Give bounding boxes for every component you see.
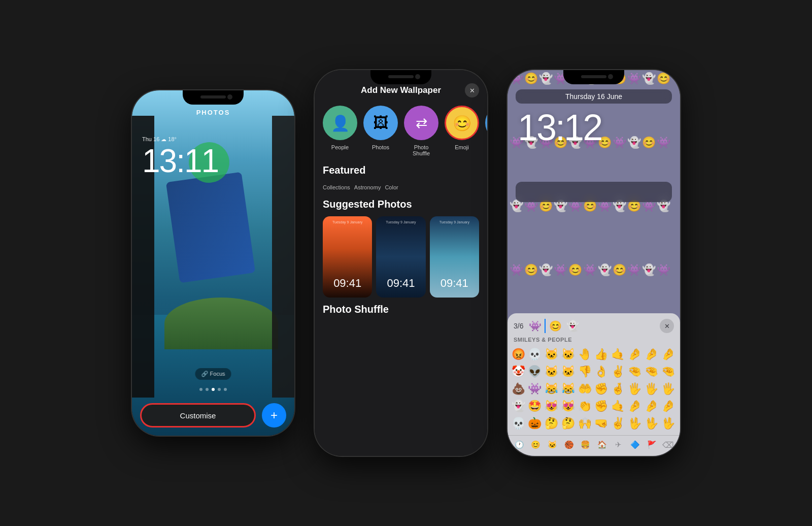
- tab-travel[interactable]: ✈: [611, 438, 627, 452]
- emoji-openhands[interactable]: 🤲: [577, 380, 592, 398]
- lock-time: 13:11: [142, 145, 284, 177]
- featured-thumb-1[interactable]: Tuesday 9 January 09:41 Collections: [323, 182, 350, 190]
- emoji-pinch6[interactable]: 🤌: [660, 398, 675, 415]
- bg-emoji-26: 👻: [554, 200, 567, 262]
- emoji-pinch4[interactable]: 🤌: [627, 398, 642, 415]
- s1-time: 09:41: [323, 277, 372, 290]
- modal-close-button[interactable]: ✕: [465, 83, 479, 97]
- tab-flags[interactable]: 🚩: [644, 438, 660, 452]
- tab-objects[interactable]: 🔷: [627, 438, 643, 452]
- wallpaper-types-row: 👤 People 🖼 Photos ⇄ PhotoShuffle 😊 Emoji…: [315, 102, 487, 165]
- emoji-pumpkin[interactable]: 🎃: [527, 415, 543, 432]
- dot-4: [218, 388, 221, 391]
- emoji-cat1[interactable]: 🐱: [544, 346, 559, 363]
- bg-emoji-32: 👾: [642, 200, 656, 262]
- type-people[interactable]: 👤 People: [323, 106, 357, 156]
- emoji-lovestruck[interactable]: 😻: [544, 398, 559, 415]
- emoji-pinch3[interactable]: 🤏: [660, 363, 675, 380]
- bg-emoji-27: 👾: [568, 200, 582, 262]
- s2-time: 09:41: [376, 277, 425, 290]
- tab-smileys[interactable]: 😊: [528, 438, 544, 452]
- emoji-callme2[interactable]: 🤙: [611, 398, 626, 415]
- s2-date: Tuesday 9 January: [376, 220, 425, 224]
- tab-places[interactable]: 🏠: [594, 438, 610, 452]
- shuffle-icon: ⇄: [404, 106, 438, 140]
- suggested-3[interactable]: Tuesday 9 January 09:41: [430, 216, 479, 298]
- sel-emoji-1[interactable]: 👾: [527, 318, 543, 334]
- emoji-pinched3[interactable]: 🤌: [660, 346, 675, 363]
- emoji-pinched2[interactable]: 🤌: [644, 346, 659, 363]
- s1-date: Tuesday 9 January: [323, 220, 372, 224]
- emoji-pinch5[interactable]: 🤌: [644, 398, 659, 415]
- emoji-thinking2[interactable]: 🤔: [560, 415, 576, 432]
- emoji-ghost[interactable]: 👻: [511, 398, 526, 415]
- emoji-fist[interactable]: ✊: [594, 380, 609, 398]
- emoji-raised-hand[interactable]: 🤚: [577, 346, 592, 363]
- notification-area: [516, 182, 672, 202]
- phone-1-screen: PHOTOS Thu 16 ☁ 18° 13:11 🔗 Focus Custom…: [132, 90, 294, 436]
- tab-backspace[interactable]: ⌫: [660, 438, 676, 452]
- emoji-clown[interactable]: 🤡: [511, 363, 526, 380]
- emoji-pinched1[interactable]: 🤌: [627, 346, 642, 363]
- emoji-vulcan3[interactable]: 🖖: [660, 415, 675, 432]
- emoji-skull2[interactable]: 💀: [511, 415, 526, 432]
- featured-thumb-2[interactable]: Thu 9 ▲ 21:55 09:41 Astronomy: [354, 182, 381, 190]
- emoji-crycat2[interactable]: 😹: [560, 380, 576, 398]
- emoji-alien[interactable]: 👽: [527, 363, 543, 380]
- emoji-crycat[interactable]: 😹: [544, 380, 559, 398]
- color-label: Color: [385, 184, 398, 190]
- emoji-hand2[interactable]: 🖐: [644, 380, 659, 398]
- emoji-picker-close[interactable]: ✕: [660, 319, 674, 333]
- emoji-peace2[interactable]: ✌: [611, 415, 626, 432]
- dot-2: [206, 388, 209, 391]
- sel-emoji-3[interactable]: 👻: [565, 318, 580, 334]
- tab-sports[interactable]: 🏀: [561, 438, 577, 452]
- tab-animals[interactable]: 🐱: [545, 438, 560, 452]
- emoji-clap[interactable]: 👏: [577, 398, 592, 415]
- emoji-cat3[interactable]: 🐱: [544, 363, 559, 380]
- bg-emoji-28: 😊: [583, 200, 597, 262]
- customise-button[interactable]: Customise: [140, 403, 256, 428]
- emoji-hand[interactable]: 🖐: [627, 380, 642, 398]
- emoji-lovestruck2[interactable]: 😻: [560, 398, 576, 415]
- emoji-fist2[interactable]: ✊: [594, 398, 609, 415]
- type-emoji[interactable]: 😊 Emoji: [445, 106, 479, 156]
- emoji-cat2[interactable]: 🐱: [560, 346, 576, 363]
- dot-3: [212, 388, 215, 391]
- shuffle-label: PhotoShuffle: [413, 144, 430, 156]
- emoji-thumbsdown[interactable]: 👎: [577, 363, 592, 380]
- tab-recents[interactable]: 🕐: [512, 438, 527, 452]
- emoji-vulcan[interactable]: 🖖: [627, 415, 642, 432]
- collections-label: Collections: [323, 184, 350, 190]
- emoji-starry[interactable]: 🤩: [527, 398, 543, 415]
- phone-2-screen: Add New Wallpaper ✕ 👤 People 🖼 Photos ⇄ …: [315, 70, 487, 456]
- emoji-vulcan2[interactable]: 🖖: [644, 415, 659, 432]
- emoji-cat4[interactable]: 🐱: [560, 363, 576, 380]
- emoji-pray[interactable]: 🙌: [577, 415, 592, 432]
- emoji-thinking[interactable]: 🤔: [544, 415, 559, 432]
- type-photos[interactable]: 🖼 Photos: [363, 106, 398, 156]
- add-wallpaper-button[interactable]: +: [262, 403, 286, 428]
- emoji-crossedfingers[interactable]: 🤞: [611, 380, 626, 398]
- emoji-poop[interactable]: 💩: [511, 380, 526, 398]
- emoji-pinch1[interactable]: 🤏: [627, 363, 642, 380]
- suggested-2[interactable]: Tuesday 9 January 09:41: [376, 216, 425, 298]
- emoji-rightfist[interactable]: 🤜: [594, 415, 609, 432]
- sel-emoji-2[interactable]: 😊: [548, 318, 563, 334]
- emoji-pinch2[interactable]: 🤏: [644, 363, 659, 380]
- emoji-alien2[interactable]: 👾: [527, 380, 543, 398]
- emoji-angry[interactable]: 😡: [511, 346, 526, 363]
- type-weather[interactable]: ☁ Weat…: [485, 106, 487, 156]
- people-label: People: [331, 144, 349, 150]
- type-shuffle[interactable]: ⇄ PhotoShuffle: [404, 106, 438, 156]
- emoji-thumbsup[interactable]: 👍: [594, 346, 609, 363]
- tab-food[interactable]: 🍔: [578, 438, 593, 452]
- featured-thumb-3[interactable]: Tuesday 9 January 09:41 Color: [385, 182, 398, 190]
- emoji-callme[interactable]: 🤙: [611, 346, 626, 363]
- emoji-peace[interactable]: ✌: [611, 363, 626, 380]
- emoji-hand3[interactable]: 🖐: [660, 380, 675, 398]
- emoji-skull[interactable]: 💀: [527, 346, 543, 363]
- suggested-1[interactable]: Tuesday 9 January 09:41: [323, 216, 372, 298]
- speaker-2: [388, 75, 414, 78]
- emoji-ok[interactable]: 👌: [594, 363, 609, 380]
